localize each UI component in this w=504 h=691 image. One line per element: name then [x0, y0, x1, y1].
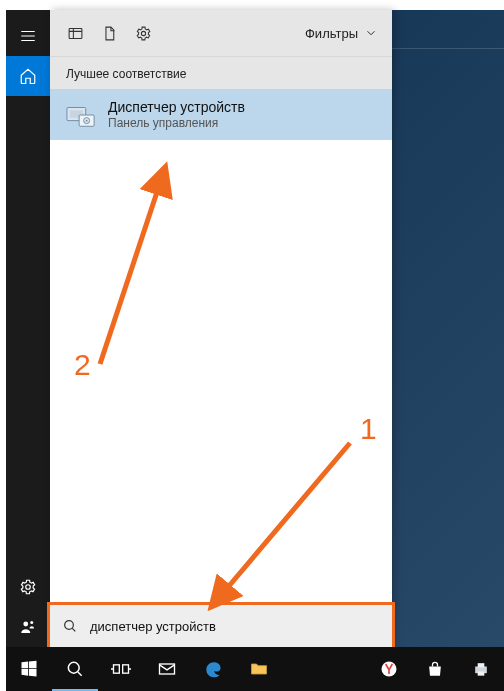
documents-filter-button[interactable] — [92, 16, 126, 50]
svg-rect-15 — [123, 665, 129, 673]
taskbar-search-button[interactable] — [52, 647, 98, 691]
svg-point-4 — [141, 31, 145, 35]
filters-label: Фильтры — [305, 26, 358, 41]
taskbar-tray-app[interactable] — [458, 647, 504, 691]
yandex-icon — [379, 659, 399, 679]
taskview-icon — [111, 659, 131, 679]
store-icon — [425, 659, 445, 679]
edge-icon — [203, 659, 223, 679]
search-input[interactable] — [88, 618, 380, 635]
apps-icon — [67, 25, 84, 42]
svg-point-0 — [26, 585, 31, 590]
panel-toolbar: Фильтры — [50, 10, 392, 57]
device-manager-icon — [66, 101, 96, 129]
taskbar-explorer[interactable] — [236, 647, 282, 691]
search-icon — [62, 618, 78, 634]
search-result-device-manager[interactable]: Диспетчер устройств Панель управления — [50, 89, 392, 140]
taskbar-ybrowser[interactable] — [366, 647, 412, 691]
panel-body — [50, 140, 392, 605]
search-leftbar — [6, 10, 50, 647]
hamburger-icon — [19, 27, 37, 45]
person-icon — [19, 618, 37, 636]
taskbar-edge[interactable] — [190, 647, 236, 691]
menu-button[interactable] — [6, 16, 50, 56]
svg-rect-14 — [114, 665, 120, 673]
result-title: Диспетчер устройств — [108, 99, 245, 115]
home-icon — [19, 67, 37, 85]
crop-bar — [0, 0, 504, 10]
search-field[interactable] — [47, 602, 395, 650]
svg-point-13 — [68, 662, 79, 673]
svg-point-2 — [30, 621, 33, 624]
svg-point-10 — [65, 621, 74, 630]
svg-rect-3 — [69, 28, 82, 38]
settings-filter-button[interactable] — [126, 16, 160, 50]
taskbar-store[interactable] — [412, 647, 458, 691]
document-icon — [101, 25, 118, 42]
taskbar — [6, 647, 504, 691]
svg-rect-16 — [160, 664, 175, 674]
best-match-label: Лучшее соответствие — [50, 57, 392, 89]
mail-icon — [157, 659, 177, 679]
svg-rect-20 — [478, 672, 485, 676]
feedback-button[interactable] — [6, 607, 50, 647]
svg-rect-19 — [478, 663, 485, 667]
search-icon — [65, 659, 85, 679]
home-button[interactable] — [6, 56, 50, 96]
chevron-down-icon — [364, 26, 378, 40]
gear-icon — [135, 25, 152, 42]
svg-point-9 — [86, 119, 88, 121]
result-subtitle: Панель управления — [108, 116, 245, 130]
taskbar-mail[interactable] — [144, 647, 190, 691]
search-panel: Фильтры Лучшее соответствие Диспетчер ус… — [50, 10, 392, 647]
filters-dropdown[interactable]: Фильтры — [299, 26, 384, 41]
windows-icon — [19, 659, 39, 679]
folder-icon — [249, 659, 269, 679]
gear-icon — [19, 578, 37, 596]
apps-filter-button[interactable] — [58, 16, 92, 50]
start-button[interactable] — [6, 647, 52, 691]
svg-point-1 — [23, 622, 28, 627]
taskview-button[interactable] — [98, 647, 144, 691]
settings-button[interactable] — [6, 567, 50, 607]
printer-icon — [471, 659, 491, 679]
